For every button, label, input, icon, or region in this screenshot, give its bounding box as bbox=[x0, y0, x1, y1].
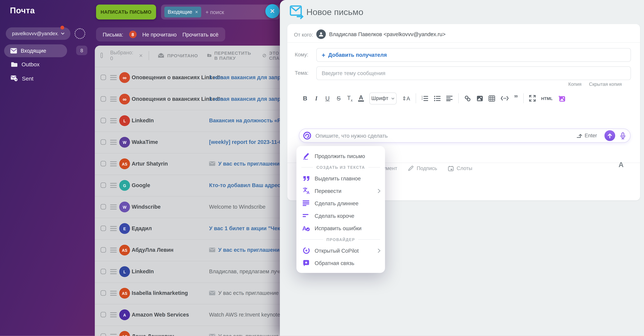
ai-menu-item[interactable]: A Перевести bbox=[296, 185, 385, 197]
email-subject[interactable]: У вас есть приглашение bbox=[209, 290, 279, 296]
from-value[interactable]: Владислав Павелков <pavelkovvv@yandex.ru… bbox=[329, 31, 446, 37]
drag-handle-icon[interactable] bbox=[110, 334, 117, 336]
drag-handle-icon[interactable] bbox=[110, 118, 117, 123]
bcc-link[interactable]: Скрытая копия bbox=[589, 82, 622, 87]
email-subject[interactable]: 1 новая вакансия для запроса « bbox=[209, 96, 286, 102]
table-icon[interactable] bbox=[488, 95, 495, 101]
bullet-list-icon[interactable] bbox=[434, 95, 441, 101]
ai-menu-item[interactable]: Открытый CoPilot bbox=[296, 244, 385, 257]
email-subject[interactable]: У вас есть приглашение bbox=[209, 333, 279, 336]
search-input[interactable]: Входящие × + поиск bbox=[161, 5, 280, 20]
email-row[interactable]: ∞ Оповещения о вакансиях LinkedIn 1 нова… bbox=[95, 88, 286, 110]
email-row[interactable]: AS АбдуЛла Левин У вас есть приглашение bbox=[95, 239, 286, 261]
sidebar-item-inbox[interactable]: Входящие bbox=[4, 44, 67, 57]
ai-command-bar[interactable]: Опишите, что нужно сделать Enter bbox=[299, 128, 630, 142]
to-input[interactable]: + Добавить получателя bbox=[316, 48, 631, 62]
chip-close-icon[interactable]: × bbox=[195, 9, 198, 15]
email-checkbox[interactable] bbox=[100, 312, 106, 317]
email-subject[interactable]: Welcome to Windscribe bbox=[209, 204, 266, 210]
filter-unread[interactable]: Не прочитано bbox=[142, 31, 177, 38]
filter-read-all[interactable]: Прочитать всё bbox=[182, 31, 218, 38]
email-subject[interactable]: Кто-то добавил Ваш адрес элек bbox=[209, 182, 286, 188]
drag-handle-icon[interactable] bbox=[110, 269, 117, 274]
drag-handle-icon[interactable] bbox=[110, 226, 117, 231]
drag-handle-icon[interactable] bbox=[110, 183, 117, 188]
ai-menu-item[interactable]: Выделить главное bbox=[296, 172, 385, 185]
text-color-button[interactable]: A bbox=[358, 95, 364, 102]
account-switcher[interactable]: pavelkovvv@yandex... bbox=[6, 27, 70, 40]
align-icon[interactable] bbox=[446, 95, 453, 101]
subject-input[interactable]: Введите тему сообщения bbox=[316, 66, 631, 80]
drag-handle-icon[interactable] bbox=[110, 248, 117, 253]
ai-menu-item[interactable]: Обратная связь bbox=[296, 257, 385, 269]
select-all-checkbox[interactable] bbox=[100, 53, 103, 58]
email-row[interactable]: W Windscribe Welcome to Windscribe bbox=[95, 196, 286, 218]
email-row[interactable]: AS Artur Shatyrin У вас есть приглашение bbox=[95, 153, 286, 175]
email-subject[interactable]: У вас 1 билет в акции "Чековый bbox=[209, 225, 286, 231]
email-subject[interactable]: Владислав, предлагаем лучшие bbox=[209, 268, 286, 275]
email-row[interactable]: L LinkedIn Вакансия на должность «Python bbox=[95, 110, 286, 131]
ai-image-icon[interactable] bbox=[558, 95, 566, 102]
underline-button[interactable]: U bbox=[324, 95, 330, 102]
email-checkbox[interactable] bbox=[100, 161, 106, 166]
email-row[interactable]: AS Даша Дашкевич У вас есть приглашение bbox=[95, 325, 286, 336]
ai-menu-item[interactable]: Сделать длиннее bbox=[296, 197, 385, 209]
email-row[interactable]: G Google Кто-то добавил Ваш адрес элек bbox=[95, 175, 286, 196]
email-checkbox[interactable] bbox=[100, 290, 106, 296]
loading-spinner-icon[interactable] bbox=[74, 28, 86, 39]
html-button[interactable]: HTML bbox=[541, 96, 552, 100]
email-subject[interactable]: 1 новая вакансия для запроса « bbox=[209, 74, 286, 80]
link-icon[interactable] bbox=[464, 95, 471, 102]
clear-selection-icon[interactable]: × bbox=[139, 52, 143, 59]
email-row[interactable]: W WakaTime [weekly] report for 2023-11-0… bbox=[95, 131, 286, 153]
cc-link[interactable]: Копия bbox=[568, 82, 582, 87]
fullscreen-icon[interactable] bbox=[529, 95, 536, 102]
image-icon[interactable] bbox=[476, 95, 483, 101]
drag-handle-icon[interactable] bbox=[110, 291, 117, 296]
email-subject[interactable]: У вас есть приглашение bbox=[209, 247, 282, 253]
tab-slots[interactable]: Слоты bbox=[448, 165, 472, 171]
ai-menu-item[interactable]: Сделать короче bbox=[296, 209, 385, 222]
close-search-button[interactable]: ✕ bbox=[265, 4, 279, 18]
email-checkbox[interactable] bbox=[100, 269, 106, 274]
quote-button[interactable]: ” bbox=[514, 96, 518, 100]
clear-format-button[interactable]: Tx bbox=[347, 94, 353, 102]
from-caret-icon[interactable] bbox=[430, 33, 434, 35]
sidebar-item-sent[interactable]: Sent bbox=[11, 73, 34, 83]
translate-toggle[interactable]: A bbox=[618, 161, 624, 169]
email-subject[interactable]: [weekly] report for 2023-11-06 un bbox=[209, 139, 286, 145]
font-size-button[interactable]: ⇕A bbox=[402, 95, 410, 101]
email-subject[interactable]: Watch AWS re:Invent keynotes, an bbox=[209, 311, 286, 318]
email-row[interactable]: ∞ Оповещения о вакансиях LinkedIn 1 нова… bbox=[95, 67, 286, 88]
email-checkbox[interactable] bbox=[100, 226, 106, 231]
drag-handle-icon[interactable] bbox=[110, 140, 117, 145]
email-row[interactable]: Е Едадил У вас 1 билет в акции "Чековый bbox=[95, 218, 286, 239]
email-subject[interactable]: Вакансия на должность «Python bbox=[209, 117, 286, 124]
font-dropdown[interactable]: Шрифт bbox=[369, 92, 396, 104]
ai-send-button[interactable] bbox=[604, 130, 615, 141]
sidebar-item-outbox[interactable]: Outbox bbox=[11, 59, 40, 69]
ordered-list-icon[interactable]: 12 bbox=[421, 95, 428, 101]
email-checkbox[interactable] bbox=[100, 183, 106, 188]
move-to-folder-button[interactable]: ПЕРЕМЕСТИТЬ В ПАПКУ bbox=[207, 51, 253, 60]
email-checkbox[interactable] bbox=[100, 118, 106, 123]
email-row[interactable]: L LinkedIn Владислав, предлагаем лучшие bbox=[95, 261, 286, 282]
mark-read-button[interactable]: ПРОЧИТАНО bbox=[158, 53, 198, 58]
ai-menu-item[interactable]: Продолжить письмо bbox=[296, 150, 385, 162]
add-recipient-button[interactable]: + Добавить получателя bbox=[322, 52, 387, 59]
drag-handle-icon[interactable] bbox=[110, 97, 117, 102]
ai-menu-item[interactable]: A Исправить ошибки bbox=[296, 222, 385, 234]
compose-button[interactable]: НАПИСАТЬ ПИСЬМО bbox=[96, 5, 156, 20]
email-row[interactable]: AS Isabella linkmarketing У вас есть при… bbox=[95, 282, 286, 304]
email-checkbox[interactable] bbox=[100, 204, 106, 209]
drag-handle-icon[interactable] bbox=[110, 312, 117, 317]
tab-signature[interactable]: Подпись bbox=[408, 165, 437, 171]
drag-handle-icon[interactable] bbox=[110, 205, 117, 210]
search-filter-chip[interactable]: Входящие × bbox=[164, 7, 201, 18]
drag-handle-icon[interactable] bbox=[110, 75, 117, 80]
email-checkbox[interactable] bbox=[100, 333, 106, 336]
email-subject[interactable]: У вас есть приглашение bbox=[209, 160, 282, 167]
code-icon[interactable] bbox=[500, 95, 509, 101]
email-checkbox[interactable] bbox=[100, 139, 106, 145]
email-checkbox[interactable] bbox=[100, 75, 106, 80]
